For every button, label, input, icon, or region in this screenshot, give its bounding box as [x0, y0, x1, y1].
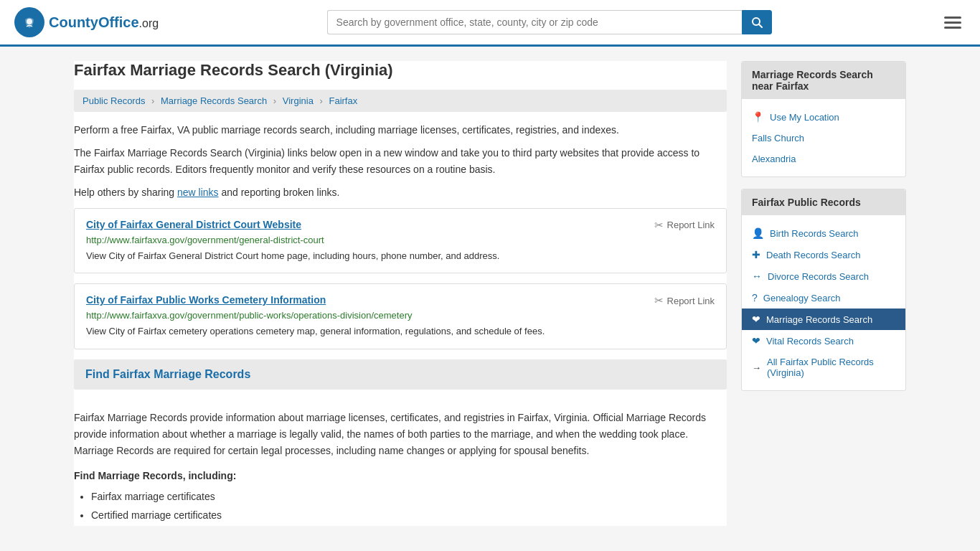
- page-title: Fairfax Marriage Records Search (Virgini…: [74, 61, 727, 80]
- breadcrumb-marriage-records[interactable]: Marriage Records Search: [161, 95, 267, 106]
- falls-church-link[interactable]: Falls Church: [752, 133, 804, 143]
- link-card-2: City of Fairfax Public Works Cemetery In…: [74, 283, 727, 349]
- sidebar-marriage-records[interactable]: ❤ Marriage Records Search: [742, 309, 905, 330]
- sidebar-divorce-records[interactable]: ↔ Divorce Records Search: [742, 265, 905, 287]
- logo-text: CountyOffice.org: [49, 14, 159, 31]
- report-link-2[interactable]: ✂ Report Link: [654, 294, 715, 307]
- all-records-link[interactable]: All Fairfax Public Records (Virginia): [767, 357, 895, 378]
- find-body: Fairfax Marriage Records provide informa…: [74, 400, 727, 524]
- sidebar-public-records-box: Fairfax Public Records 👤 Birth Records S…: [741, 189, 906, 391]
- link-card-1: City of Fairfax General District Court W…: [74, 208, 727, 274]
- death-records-link[interactable]: Death Records Search: [766, 250, 861, 260]
- location-pin-icon: 📍: [752, 111, 764, 123]
- link-card-2-header: City of Fairfax Public Works Cemetery In…: [86, 294, 715, 307]
- genealogy-link[interactable]: Genealogy Search: [763, 293, 841, 303]
- vital-records-link[interactable]: Vital Records Search: [766, 336, 854, 347]
- main-container: Fairfax Marriage Records Search (Virgini…: [60, 47, 920, 540]
- sidebar-public-records-body: 👤 Birth Records Search ✚ Death Records S…: [742, 215, 905, 390]
- search-input[interactable]: [327, 10, 742, 34]
- bc-sep-1: ›: [151, 95, 154, 106]
- link-card-2-title[interactable]: City of Fairfax Public Works Cemetery In…: [86, 294, 326, 306]
- link-card-1-title[interactable]: City of Fairfax General District Court W…: [86, 219, 301, 230]
- city-alexandria[interactable]: Alexandria: [742, 149, 905, 169]
- sidebar-genealogy[interactable]: ? Genealogy Search: [742, 287, 905, 309]
- desc3-post: and reporting broken links.: [219, 187, 340, 198]
- report-link-icon-2: ✂: [654, 294, 664, 307]
- link-card-1-header: City of Fairfax General District Court W…: [86, 219, 715, 232]
- find-list-item-1: Certified marriage certificates: [91, 507, 727, 524]
- find-section-title: Find Fairfax Marriage Records: [85, 368, 250, 380]
- report-link-label-2: Report Link: [667, 296, 715, 306]
- report-link-icon-1: ✂: [654, 219, 664, 232]
- sidebar-all-records[interactable]: → All Fairfax Public Records (Virginia): [742, 352, 905, 383]
- svg-point-1: [27, 19, 32, 24]
- bc-sep-3: ›: [320, 95, 323, 106]
- new-links-link[interactable]: new links: [177, 187, 219, 198]
- marriage-records-link[interactable]: Marriage Records Search: [766, 314, 872, 325]
- search-area: [327, 10, 772, 34]
- search-icon: [751, 17, 763, 28]
- use-my-location[interactable]: 📍 Use My Location: [742, 106, 905, 128]
- sidebar-nearby-title: Marriage Records Search near Fairfax: [742, 62, 905, 99]
- breadcrumb-virginia[interactable]: Virginia: [283, 95, 314, 106]
- link-card-1-url[interactable]: http://www.fairfaxva.gov/government/gene…: [86, 235, 715, 245]
- sidebar-vital-records[interactable]: ❤ Vital Records Search: [742, 330, 905, 352]
- desc-2: The Fairfax Marriage Records Search (Vir…: [74, 145, 727, 177]
- breadcrumb-public-records[interactable]: Public Records: [83, 95, 145, 106]
- divorce-icon: ↔: [752, 270, 762, 282]
- use-my-location-link[interactable]: Use My Location: [770, 112, 839, 123]
- genealogy-icon: ?: [752, 292, 758, 303]
- link-card-2-desc: View City of Fairfax cemetery operations…: [86, 324, 715, 339]
- find-body-list: Fairfax marriage certificates Certified …: [74, 489, 727, 524]
- find-list-item-0: Fairfax marriage certificates: [91, 489, 727, 505]
- logo-icon: [14, 7, 44, 37]
- menu-bar-3: [944, 27, 961, 29]
- menu-bar-1: [944, 17, 961, 19]
- desc3-pre: Help others by sharing: [74, 187, 177, 198]
- desc-1: Perform a free Fairfax, VA public marria…: [74, 122, 727, 138]
- sidebar-nearby-body: 📍 Use My Location Falls Church Alexandri…: [742, 99, 905, 176]
- all-records-arrow: →: [752, 362, 761, 373]
- svg-line-3: [759, 24, 762, 27]
- death-icon: ✚: [752, 249, 760, 260]
- sidebar-birth-records[interactable]: 👤 Birth Records Search: [742, 222, 905, 244]
- sidebar-death-records[interactable]: ✚ Death Records Search: [742, 244, 905, 265]
- report-link-1[interactable]: ✂ Report Link: [654, 219, 715, 232]
- report-link-label-1: Report Link: [667, 220, 715, 230]
- header: CountyOffice.org: [0, 0, 980, 47]
- alexandria-link[interactable]: Alexandria: [752, 154, 796, 164]
- sidebar-nearby-box: Marriage Records Search near Fairfax 📍 U…: [741, 61, 906, 177]
- sidebar: Marriage Records Search near Fairfax 📍 U…: [741, 61, 906, 526]
- content: Fairfax Marriage Records Search (Virgini…: [74, 61, 727, 526]
- birth-icon: 👤: [752, 227, 764, 239]
- find-section-header: Find Fairfax Marriage Records: [74, 359, 727, 390]
- link-card-2-url[interactable]: http://www.fairfaxva.gov/government/publ…: [86, 310, 715, 321]
- link-card-1-desc: View City of Fairfax General District Co…: [86, 249, 715, 263]
- desc-3: Help others by sharing new links and rep…: [74, 184, 727, 200]
- find-body-text: Fairfax Marriage Records provide informa…: [74, 410, 727, 459]
- city-falls-church[interactable]: Falls Church: [742, 128, 905, 149]
- breadcrumb: Public Records › Marriage Records Search…: [74, 90, 727, 112]
- logo-area: CountyOffice.org: [14, 7, 159, 37]
- search-button[interactable]: [742, 10, 772, 34]
- breadcrumb-fairfax[interactable]: Fairfax: [329, 95, 357, 106]
- marriage-icon: ❤: [752, 314, 760, 325]
- vital-icon: ❤: [752, 335, 760, 347]
- menu-bar-2: [944, 22, 961, 24]
- menu-button[interactable]: [940, 12, 966, 33]
- bc-sep-2: ›: [273, 95, 276, 106]
- find-body-sub: Find Marriage Records, including:: [74, 468, 727, 484]
- divorce-records-link[interactable]: Divorce Records Search: [768, 271, 869, 282]
- birth-records-link[interactable]: Birth Records Search: [770, 228, 859, 239]
- sidebar-public-records-title: Fairfax Public Records: [742, 189, 905, 215]
